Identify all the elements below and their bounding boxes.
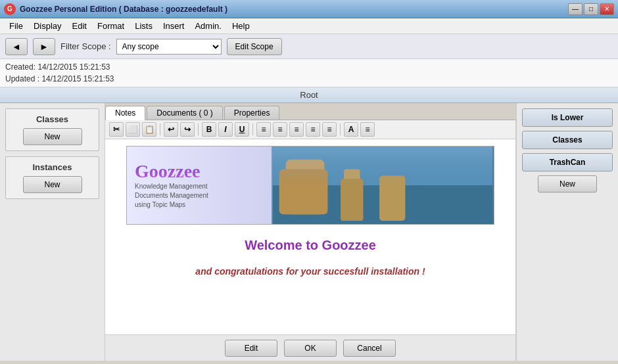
center-panel: Notes Documents ( 0 ) Properties ✂ ⬜ 📋 ↩… bbox=[105, 103, 516, 361]
paste-button[interactable]: 📋 bbox=[142, 122, 156, 137]
banner-left: Goozzee Knowledge Management Documents M… bbox=[127, 147, 272, 224]
minimize-button[interactable]: — bbox=[568, 3, 582, 15]
right-classes-button[interactable]: Classes bbox=[522, 131, 613, 149]
app-icon: G bbox=[4, 3, 16, 15]
congrats-text: and congratulations for your succesfull … bbox=[195, 266, 425, 277]
banner-title: Goozzee bbox=[135, 161, 264, 182]
tab-properties[interactable]: Properties bbox=[224, 106, 280, 120]
created-label: Created: bbox=[5, 62, 36, 72]
banner-image: Goozzee Knowledge Management Documents M… bbox=[126, 146, 494, 225]
separator-4 bbox=[340, 124, 341, 135]
indent-button[interactable]: ≡ bbox=[306, 122, 320, 137]
banner-rocks-svg bbox=[272, 147, 494, 224]
menu-item-admin[interactable]: Admin. bbox=[189, 20, 226, 32]
italic-button[interactable]: I bbox=[218, 122, 233, 137]
is-lower-button[interactable]: Is Lower bbox=[522, 108, 613, 127]
redo-button[interactable]: ↪ bbox=[180, 122, 195, 137]
title-text: Goozzee Personal Edition ( Database : go… bbox=[20, 5, 568, 14]
format-button[interactable]: ≡ bbox=[360, 122, 375, 137]
cancel-button[interactable]: Cancel bbox=[343, 340, 396, 357]
separator-2 bbox=[198, 124, 199, 135]
right-panel: Is Lower Classes TrashCan New bbox=[516, 103, 618, 361]
banner-right bbox=[272, 147, 494, 224]
align-center-button[interactable]: ≡ bbox=[273, 122, 287, 137]
menu-item-lists[interactable]: Lists bbox=[130, 20, 158, 32]
outdent-button[interactable]: ≡ bbox=[322, 122, 337, 137]
filter-scope-select[interactable]: Any scope Current topic Custom bbox=[116, 39, 222, 55]
classes-new-button[interactable]: New bbox=[23, 128, 82, 145]
menu-item-file[interactable]: File bbox=[4, 20, 28, 32]
menu-item-display[interactable]: Display bbox=[28, 20, 67, 32]
copy-button[interactable]: ⬜ bbox=[126, 122, 140, 137]
tab-documents[interactable]: Documents ( 0 ) bbox=[147, 106, 222, 120]
updated-label: Updated : bbox=[5, 74, 39, 83]
menu-item-help[interactable]: Help bbox=[227, 20, 255, 32]
instances-new-button[interactable]: New bbox=[23, 176, 82, 193]
banner-tagline: Knowledge Management Documents Managemen… bbox=[135, 182, 264, 210]
menu-item-insert[interactable]: Insert bbox=[158, 20, 190, 32]
toolbar: ◄ ► Filter Scope : Any scope Current top… bbox=[0, 34, 618, 59]
menu-item-format[interactable]: Format bbox=[92, 20, 130, 32]
right-new-button[interactable]: New bbox=[538, 175, 597, 193]
align-right-button[interactable]: ≡ bbox=[289, 122, 304, 137]
title-bar: G Goozzee Personal Edition ( Database : … bbox=[0, 0, 618, 18]
welcome-text: Welcome to Goozzee bbox=[245, 238, 376, 253]
editor-toolbar: ✂ ⬜ 📋 ↩ ↪ B I U ≡ ≡ ≡ ≡ ≡ A ≡ bbox=[105, 120, 515, 139]
font-color-button[interactable]: A bbox=[344, 122, 358, 137]
close-button[interactable]: ✕ bbox=[600, 3, 614, 15]
undo-button[interactable]: ↩ bbox=[164, 122, 178, 137]
edit-button[interactable]: Edit bbox=[225, 340, 277, 357]
separator-3 bbox=[252, 124, 253, 135]
updated-value: 14/12/2015 15:21:53 bbox=[41, 74, 114, 83]
filter-scope-label: Filter Scope : bbox=[60, 41, 111, 51]
editor-content[interactable]: Goozzee Knowledge Management Documents M… bbox=[105, 139, 515, 334]
ok-button[interactable]: OK bbox=[284, 340, 337, 357]
nav-back-button[interactable]: ◄ bbox=[5, 38, 28, 55]
nav-forward-button[interactable]: ► bbox=[33, 38, 55, 55]
bold-button[interactable]: B bbox=[202, 122, 216, 137]
instances-section: Instances New bbox=[5, 156, 99, 199]
maximize-button[interactable]: □ bbox=[584, 3, 598, 15]
editor-content-inner: Goozzee Knowledge Management Documents M… bbox=[112, 146, 509, 277]
edit-scope-button[interactable]: Edit Scope bbox=[227, 38, 282, 55]
tab-notes[interactable]: Notes bbox=[105, 106, 145, 120]
svg-rect-7 bbox=[273, 147, 492, 185]
classes-label: Classes bbox=[36, 114, 68, 124]
root-bar: Root bbox=[0, 87, 618, 103]
menu-item-edit[interactable]: Edit bbox=[67, 20, 92, 32]
bottom-bar: Edit OK Cancel bbox=[105, 334, 515, 361]
tabs: Notes Documents ( 0 ) Properties bbox=[105, 103, 515, 120]
separator-1 bbox=[160, 124, 160, 135]
instances-label: Instances bbox=[33, 162, 72, 172]
menu-bar: FileDisplayEditFormatListsInsertAdmin.He… bbox=[0, 18, 618, 34]
classes-section: Classes New bbox=[5, 108, 99, 151]
trashcan-button[interactable]: TrashCan bbox=[522, 153, 613, 171]
cut-button[interactable]: ✂ bbox=[109, 122, 124, 137]
info-bar: Created: 14/12/2015 15:21:53 Updated : 1… bbox=[0, 59, 618, 87]
underline-button[interactable]: U bbox=[235, 122, 249, 137]
left-panel: Classes New Instances New bbox=[0, 103, 105, 361]
align-left-button[interactable]: ≡ bbox=[256, 122, 271, 137]
main-area: Classes New Instances New Notes Document… bbox=[0, 103, 618, 361]
window-controls: — □ ✕ bbox=[568, 3, 614, 15]
created-value: 14/12/2015 15:21:53 bbox=[37, 62, 110, 72]
